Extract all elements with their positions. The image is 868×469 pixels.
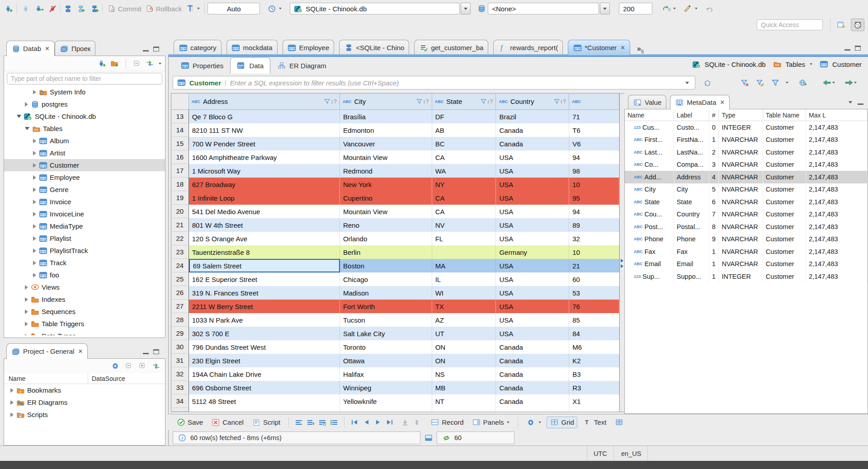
expand-arrow-icon[interactable] <box>33 139 36 143</box>
expand-arrow-icon[interactable] <box>33 249 36 253</box>
row-number[interactable]: 16 <box>171 150 189 164</box>
row-number[interactable]: 26 <box>171 286 189 300</box>
sql-filter-input[interactable]: Customer | Enter a SQL expression to fil… <box>173 76 695 89</box>
cell-postal[interactable]: X1 <box>569 394 619 408</box>
cell-state[interactable]: CA <box>432 150 496 164</box>
cell-state[interactable]: MB <box>432 381 496 394</box>
tree-item-employee[interactable]: Employee <box>4 171 165 183</box>
tree-item-sequences[interactable]: Sequences <box>4 305 165 318</box>
cell-country[interactable]: USA <box>496 313 569 327</box>
cell-state[interactable]: NT <box>432 394 496 408</box>
expand-arrow-icon[interactable] <box>33 261 36 265</box>
breadcrumb-tables[interactable]: Tables <box>786 61 805 68</box>
metadata-row[interactable]: ABCCityCity5NVARCHARCustomer2,147,483 <box>625 183 868 196</box>
editor-tab-overflow[interactable]: »5 <box>635 44 646 55</box>
cell-state[interactable] <box>432 245 496 259</box>
cell-country[interactable]: USA <box>496 178 569 191</box>
expand-arrow-icon[interactable] <box>25 297 28 302</box>
column-filter-sort-icons[interactable]: ↕? <box>481 98 493 105</box>
tree-item-views[interactable]: Views <box>4 281 165 293</box>
cell-address[interactable]: 1600 Amphitheatre Parkway <box>189 150 340 164</box>
cell-country[interactable]: USA <box>496 259 569 272</box>
table-row[interactable]: 25162 E Superior StreetChicagoILUSA60 <box>171 272 619 286</box>
cell-postal[interactable]: 10 <box>569 178 619 191</box>
script-button[interactable]: Script <box>249 417 283 428</box>
breadcrumb-table[interactable]: Customer <box>832 61 862 68</box>
expand-arrow-icon[interactable] <box>33 212 36 216</box>
cell-city[interactable]: Salt Lake City <box>340 327 432 340</box>
cell-address[interactable]: 8210 111 ST NW <box>189 123 340 137</box>
cell-postal[interactable]: 21 <box>569 259 619 272</box>
tab-projects[interactable]: Проек <box>55 41 95 56</box>
expand-arrow-icon[interactable] <box>10 413 14 417</box>
link-with-editor-icon[interactable] <box>151 362 160 370</box>
wrap-lines-icon[interactable] <box>294 418 303 427</box>
cell-postal[interactable]: 94 <box>569 205 619 218</box>
table-row[interactable]: 32194A Chain Lake DriveHalifaxNSCanadaB3 <box>171 367 619 381</box>
expand-arrow-icon[interactable] <box>33 224 36 229</box>
apply-filter-icon[interactable] <box>769 77 781 89</box>
metadata-row[interactable]: ABCCo...Compa...3NVARCHARCustomer2,147,4… <box>625 159 868 171</box>
disconnect-icon[interactable] <box>48 5 57 13</box>
calc-panel-icon[interactable] <box>614 418 623 427</box>
meta-column-header--[interactable]: # <box>709 109 719 121</box>
table-row[interactable]: 20541 Del Medio AvenueMountain ViewCAUSA… <box>171 205 619 218</box>
cell-address[interactable]: 319 N. Frances Street <box>189 286 340 300</box>
cell-state[interactable]: UT <box>432 327 496 340</box>
panel-toggle-icon[interactable] <box>424 434 433 442</box>
row-number[interactable]: 31 <box>171 354 189 367</box>
row-number[interactable]: 33 <box>171 381 189 394</box>
cell-country[interactable]: USA <box>496 205 569 218</box>
cell-address[interactable]: 541 Del Medio Avenue <box>189 205 340 218</box>
last-record-icon[interactable] <box>385 418 394 427</box>
cell-country[interactable]: USA <box>496 191 569 205</box>
table-row[interactable]: 33696 Osborne StreetWinnipegMBCanadaR3 <box>171 381 619 394</box>
table-row[interactable]: 23Tauentzienstraße 8BerlinGermany10 <box>171 245 619 259</box>
table-row[interactable]: 21801 W 4th StreetRenoNVUSA89 <box>171 218 619 232</box>
table-row[interactable]: 281033 N Park AveTucsonAZUSA85 <box>171 313 619 327</box>
cell-country[interactable]: USA <box>496 272 569 286</box>
locale-indicator[interactable]: en_US <box>615 446 648 461</box>
table-row[interactable]: 161600 Amphitheatre ParkwayMountain View… <box>171 150 619 164</box>
metadata-row[interactable]: ABCPhonePhone9NVARCHARCustomer2,147,483 <box>625 233 868 246</box>
subtab-data[interactable]: ‹›Data <box>230 57 270 74</box>
row-number[interactable]: 24 <box>171 259 189 272</box>
tree-item-customer[interactable]: Customer <box>4 159 165 171</box>
expand-rows-icon[interactable] <box>306 418 315 427</box>
close-icon[interactable]: ✕ <box>45 45 50 52</box>
navigator-filter-input[interactable]: Type part of object name to filter <box>7 73 162 84</box>
expand-arrow-icon[interactable] <box>33 175 36 180</box>
cell-address[interactable]: 5112 48 Street <box>189 394 340 408</box>
cell-city[interactable]: Vancouver <box>340 137 432 150</box>
minimize-icon[interactable] <box>844 46 850 51</box>
tree-item-table-triggers[interactable]: Table Triggers <box>4 318 165 330</box>
grid-column-header-country[interactable]: ABCCountry↕? <box>496 94 569 109</box>
cell-city[interactable]: Boston <box>340 259 432 272</box>
collapse-arrow-icon[interactable] <box>17 115 21 118</box>
row-number[interactable]: 21 <box>171 218 189 232</box>
cell-city[interactable]: Mountain View <box>340 150 432 164</box>
metadata-row[interactable]: ABCStateState6NVARCHARCustomer2,147,483 <box>625 196 868 208</box>
grid-column-header-state[interactable]: ABCState↕? <box>432 94 496 109</box>
grid-column-header-address[interactable]: ABCAddress↕? <box>189 94 340 109</box>
tree-item-data-types[interactable]: Data Types <box>4 330 165 335</box>
table-row[interactable]: 22120 S Orange AveOrlandoFLUSA32 <box>171 232 619 245</box>
column-filter-sort-icons[interactable]: ↕? <box>416 98 429 105</box>
row-number[interactable]: 18 <box>171 178 189 191</box>
expand-all-icon[interactable] <box>138 362 147 370</box>
column-filter-sort-icons[interactable]: ↕? <box>324 98 337 105</box>
row-layout-icon[interactable] <box>330 418 339 427</box>
metadata-row[interactable]: ABCFirst...FirstNa...1NVARCHARCustomer2,… <box>625 134 868 146</box>
panels-button[interactable]: Panels <box>469 417 513 428</box>
metadata-row[interactable]: ABCAdd...Address4NVARCHARCustomer2,147,4… <box>625 171 868 183</box>
dbeaver-perspective-button[interactable] <box>851 19 864 31</box>
table-row[interactable]: 15700 W Pender StreetVancouverBCCanadaV6 <box>171 137 619 150</box>
cell-postal[interactable]: V6 <box>569 137 619 150</box>
cell-state[interactable]: ON <box>432 340 496 354</box>
cell-postal[interactable]: 60 <box>569 272 619 286</box>
cell-city[interactable]: Yellowknife <box>340 394 432 408</box>
editor-tab-employee[interactable]: Employee <box>283 40 335 55</box>
timezone-indicator[interactable]: UTC <box>587 446 614 461</box>
cell-state[interactable]: NV <box>432 218 496 232</box>
settings-button[interactable] <box>524 417 544 428</box>
